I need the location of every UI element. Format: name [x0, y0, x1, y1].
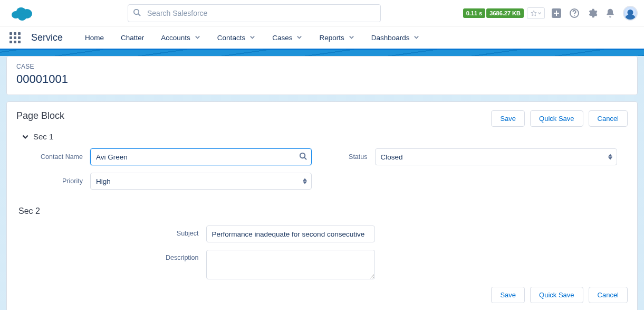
section-2-title: Sec 2	[18, 206, 628, 216]
svg-marker-6	[531, 11, 536, 16]
search-input[interactable]	[128, 4, 381, 22]
svg-marker-17	[608, 157, 612, 160]
cancel-button-top[interactable]: Cancel	[589, 110, 628, 127]
record-object-label: CASE	[16, 63, 628, 70]
svg-marker-16	[608, 154, 612, 157]
nav-tab-chatter[interactable]: Chatter	[113, 26, 151, 49]
nav-tab-label: Dashboards	[371, 34, 410, 42]
nav-tab-contacts[interactable]: Contacts	[210, 26, 263, 49]
nav-tab-home[interactable]: Home	[78, 26, 111, 49]
nav-tabs: HomeChatterAccountsContactsCasesReportsD…	[78, 26, 427, 49]
search-icon	[133, 8, 141, 18]
quick-save-button-top[interactable]: Quick Save	[530, 110, 583, 127]
chevron-down-icon	[414, 34, 419, 42]
app-nav: Service HomeChatterAccountsContactsCases…	[0, 26, 644, 50]
priority-select[interactable]: High	[90, 173, 312, 190]
status-value: Closed	[381, 153, 403, 161]
svg-point-3	[18, 13, 26, 21]
svg-point-11	[574, 15, 575, 16]
priority-value: High	[96, 177, 111, 185]
priority-label: Priority	[27, 177, 90, 185]
nav-tab-label: Reports	[319, 34, 344, 42]
cancel-button-bottom[interactable]: Cancel	[589, 287, 628, 303]
setup-gear-icon[interactable]	[587, 8, 598, 18]
salesforce-logo[interactable]	[11, 5, 33, 21]
nav-tab-accounts[interactable]: Accounts	[153, 26, 208, 49]
nav-tab-label: Cases	[272, 34, 292, 42]
chevron-down-icon	[195, 34, 200, 42]
chevron-down-icon	[349, 34, 354, 42]
record-number: 00001001	[16, 72, 628, 86]
global-search	[128, 4, 381, 22]
nav-tab-label: Chatter	[121, 34, 144, 42]
lookup-search-icon[interactable]	[299, 152, 307, 162]
contact-name-input[interactable]	[90, 148, 312, 165]
save-button-bottom[interactable]: Save	[491, 287, 525, 303]
nav-tab-reports[interactable]: Reports	[312, 26, 361, 49]
subject-input[interactable]	[206, 226, 375, 242]
save-button-top[interactable]: Save	[491, 110, 525, 127]
app-name: Service	[31, 32, 63, 43]
brand-strip	[0, 50, 644, 56]
section-1-toggle[interactable]: Sec 1	[22, 132, 628, 141]
chevron-down-icon	[22, 133, 29, 140]
page-block-title: Page Block	[16, 110, 64, 121]
svg-point-12	[300, 153, 304, 158]
chevron-down-icon	[296, 34, 302, 42]
global-header: 0.11 s 3686.27 KB	[0, 0, 644, 26]
svg-point-4	[134, 9, 139, 14]
help-icon[interactable]	[569, 8, 580, 18]
section-1-title: Sec 1	[33, 132, 53, 141]
status-select[interactable]: Closed	[375, 148, 618, 165]
nav-tab-label: Contacts	[217, 34, 245, 42]
select-arrows-icon	[303, 178, 307, 184]
subject-label: Subject	[117, 226, 206, 237]
chevron-down-icon	[249, 34, 255, 42]
favorites-button[interactable]	[527, 7, 545, 19]
nav-tab-label: Accounts	[161, 34, 190, 42]
record-header-card: CASE 00001001	[6, 56, 638, 95]
add-icon[interactable]	[551, 8, 562, 18]
page-block-card: Page Block Save Quick Save Cancel Sec 1 …	[6, 101, 638, 310]
user-avatar[interactable]	[623, 6, 638, 21]
nav-tab-dashboards[interactable]: Dashboards	[364, 26, 427, 49]
description-label: Description	[117, 250, 206, 261]
contact-name-label: Contact Name	[27, 153, 90, 161]
status-label: Status	[333, 153, 375, 161]
perf-size-badge: 3686.27 KB	[486, 8, 524, 18]
nav-tab-label: Home	[85, 34, 104, 42]
app-launcher-icon[interactable]	[9, 32, 21, 43]
select-arrows-icon	[608, 154, 612, 160]
svg-line-5	[138, 14, 140, 16]
svg-marker-14	[303, 179, 307, 181]
svg-line-13	[304, 157, 306, 159]
nav-tab-cases[interactable]: Cases	[265, 26, 310, 49]
description-textarea[interactable]	[206, 250, 375, 279]
notifications-bell-icon[interactable]	[605, 8, 616, 18]
perf-time-badge: 0.11 s	[463, 8, 486, 18]
quick-save-button-bottom[interactable]: Quick Save	[530, 287, 583, 303]
svg-marker-15	[303, 182, 307, 184]
